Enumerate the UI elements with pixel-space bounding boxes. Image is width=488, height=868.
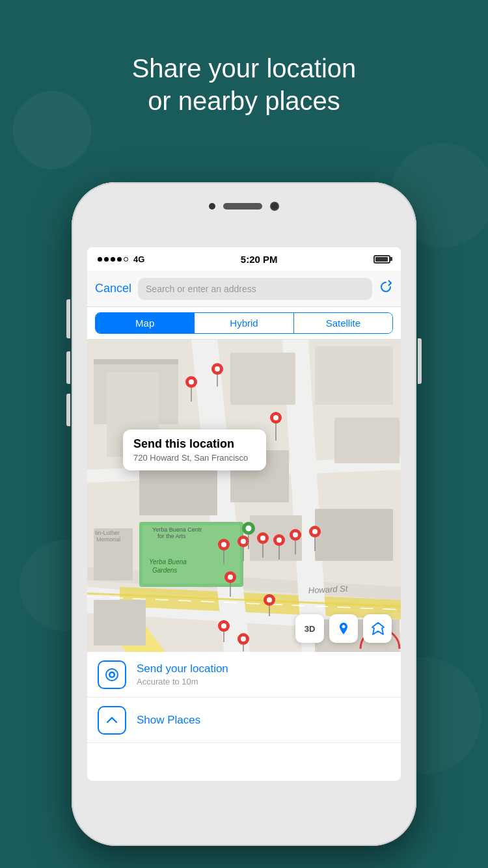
battery-icon [373,255,390,264]
navigate-icon [370,621,385,636]
svg-point-33 [189,379,194,385]
map-area[interactable]: Howard St tin-Luther Memorial Yerba Buen… [87,340,401,652]
network-type: 4G [133,254,144,264]
svg-rect-20 [315,509,393,561]
segment-hybrid[interactable]: Hybrid [195,313,293,333]
signal-dot-2 [104,257,109,262]
phone-screen: 4G 5:20 PM Cancel Search or enter an add… [87,247,401,781]
svg-text:for the Arts: for the Arts [157,533,186,539]
signal-dot-5 [124,257,128,262]
svg-point-36 [215,366,220,372]
volume-down-button[interactable] [66,394,70,426]
power-button[interactable] [418,338,422,384]
show-places-title: Show Places [137,714,200,727]
status-time: 5:20 PM [241,254,278,265]
bottom-list: Send your location Accurate to 10m Show … [87,652,401,743]
send-location-item[interactable]: Send your location Accurate to 10m [87,652,401,698]
svg-rect-21 [94,600,146,645]
map-location-button[interactable] [329,614,358,643]
svg-point-57 [312,529,318,534]
svg-rect-9 [94,359,178,364]
svg-point-42 [221,542,226,547]
svg-text:Memorial: Memorial [96,536,120,543]
map-svg: Howard St tin-Luther Memorial Yerba Buen… [87,340,401,652]
segment-inner: Map Hybrid Satellite [95,312,393,334]
location-pin-icon [336,621,351,636]
map-controls: 3D [295,614,392,643]
status-signal: 4G [98,254,144,264]
popup-title: Send this location [133,437,256,451]
svg-text:Yerba Buena Centr: Yerba Buena Centr [152,526,202,533]
svg-text:Yerba Buena: Yerba Buena [149,558,187,565]
signal-dot-3 [111,257,115,262]
location-circle-icon [104,667,120,683]
send-location-subtitle: Accurate to 10m [137,677,228,686]
refresh-button[interactable] [379,280,393,297]
map-navigate-button[interactable] [363,614,392,643]
svg-rect-12 [315,346,393,405]
svg-rect-11 [230,353,295,405]
svg-point-63 [228,575,233,580]
status-bar: 4G 5:20 PM [87,247,401,271]
svg-point-72 [241,636,246,642]
send-location-text: Send your location Accurate to 10m [137,662,228,686]
speaker-icon [223,203,262,210]
svg-point-69 [221,623,226,629]
search-placeholder: Search or enter an address [146,284,256,294]
show-places-icon-wrap [98,706,126,735]
nav-bar: Cancel Search or enter an address [87,271,401,307]
cancel-button[interactable]: Cancel [95,282,131,295]
refresh-icon [379,280,393,294]
svg-point-76 [111,673,114,676]
volume-up-button[interactable] [66,351,70,384]
signal-dot-4 [117,257,122,262]
show-places-text: Show Places [137,714,200,727]
send-location-title: Send your location [137,662,228,675]
battery-fill [375,257,388,262]
svg-point-39 [273,415,278,420]
phone-shell: 4G 5:20 PM Cancel Search or enter an add… [72,182,416,846]
show-places-item[interactable]: Show Places [87,698,401,743]
search-field[interactable]: Search or enter an address [138,278,372,300]
svg-text:Gardens: Gardens [152,567,177,574]
status-battery [373,255,390,264]
segment-control: Map Hybrid Satellite [87,307,401,340]
svg-point-60 [246,526,252,532]
location-popup[interactable]: Send this location 720 Howard St, San Fr… [123,429,266,470]
map-3d-button[interactable]: 3D [295,614,324,643]
segment-satellite[interactable]: Satellite [294,313,392,333]
svg-point-51 [277,537,282,543]
svg-point-54 [293,532,298,537]
popup-address: 720 Howard St, San Francisco [133,453,256,463]
phone-camera-area [209,202,279,211]
svg-point-45 [241,539,246,544]
send-location-icon-wrap [98,660,126,689]
up-arrow-icon [104,712,120,728]
svg-point-48 [260,536,265,541]
segment-map[interactable]: Map [96,313,194,333]
signal-dot-1 [98,257,102,262]
svg-rect-13 [334,418,400,463]
camera-icon [270,202,279,211]
svg-point-66 [267,597,272,603]
front-camera-icon [209,203,215,210]
header-title: Share your location or nearby places [0,52,488,117]
signal-dots [98,257,128,262]
svg-text:tin-Luther: tin-Luther [95,530,120,536]
